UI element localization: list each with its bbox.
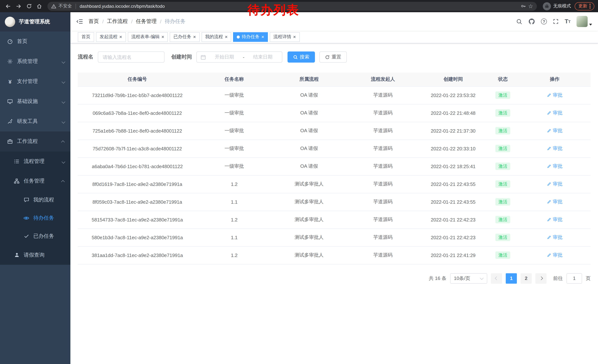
dashboard-icon xyxy=(7,39,13,44)
sidebar-item-system[interactable]: 系统管理 xyxy=(0,51,70,72)
process-name-input[interactable] xyxy=(98,51,165,63)
sidebar-item-infra[interactable]: 基础设施 xyxy=(0,91,70,112)
chevron-down-icon xyxy=(62,58,65,65)
approve-link[interactable]: 审批 xyxy=(547,163,562,170)
tab-my-process[interactable]: 我的流程 × xyxy=(201,32,231,42)
sidebar-item-my-process[interactable]: 我的流程 xyxy=(0,191,70,209)
pagination: 共 16 条 10条/页 1 2 前往 页 xyxy=(78,273,590,283)
sidebar-item-task-mgmt[interactable]: 任务管理 xyxy=(0,171,70,191)
active-dot xyxy=(237,35,240,38)
chevron-down-icon xyxy=(62,119,65,124)
cell-process: OA 请假 xyxy=(272,140,346,157)
column-header-task-id: 任务编号 xyxy=(78,73,197,86)
key-icon[interactable] xyxy=(520,3,526,9)
breadcrumb-item[interactable]: 任务管理 xyxy=(136,18,157,25)
start-date-placeholder: 开始日期 xyxy=(209,54,240,60)
date-range-picker[interactable]: 开始日期 - 结束日期 xyxy=(196,51,282,63)
approve-link[interactable]: 审批 xyxy=(547,92,562,98)
tab-home[interactable]: 首页 xyxy=(78,32,94,42)
close-icon[interactable]: × xyxy=(161,34,164,39)
goto-page-input[interactable] xyxy=(566,273,582,283)
cell-process: 测试多审批人 xyxy=(272,211,346,228)
chat-icon xyxy=(23,197,30,202)
font-size-icon[interactable]: TT xyxy=(565,18,571,25)
approve-link[interactable]: 审批 xyxy=(547,145,562,152)
tools-icon xyxy=(7,119,13,124)
approve-link[interactable]: 审批 xyxy=(547,110,562,116)
tab-form-edit[interactable]: 流程表单-编辑 × xyxy=(128,32,168,42)
column-header-create-time: 创建时间 xyxy=(419,73,487,86)
sidebar-item-todo-task[interactable]: 待办任务 xyxy=(0,209,70,227)
chevron-down-icon xyxy=(62,79,65,84)
search-button[interactable]: 搜索 xyxy=(288,51,315,63)
tab-start-process[interactable]: 发起流程 × xyxy=(96,32,126,42)
prev-page-button[interactable] xyxy=(491,273,502,283)
page-button-1[interactable]: 1 xyxy=(506,273,517,283)
tab-todo-task[interactable]: 待办任务 × xyxy=(233,32,268,42)
approve-link[interactable]: 审批 xyxy=(547,234,562,241)
hierarchy-icon xyxy=(13,178,20,184)
browser-reload-button[interactable] xyxy=(25,2,33,11)
tab-process-detail[interactable]: 流程详情 × xyxy=(270,32,299,42)
sidebar-item-process-mgmt[interactable]: 流程管理 xyxy=(0,152,70,171)
avatar[interactable] xyxy=(576,16,588,27)
browser-toolbar: 不安全 dashboard.yudao.iocoder.cn/bpm/task/… xyxy=(0,0,598,12)
table-row: 73211d9d-7b9b-11ec-b5b7-acde48001122 一级审… xyxy=(78,86,590,104)
sidebar-item-devtools[interactable]: 研发工具 xyxy=(0,112,70,131)
address-bar[interactable]: 不安全 dashboard.yudao.iocoder.cn/bpm/task/… xyxy=(47,2,537,11)
sidebar-item-label: 支付管理 xyxy=(17,78,38,85)
approve-link[interactable]: 审批 xyxy=(547,127,562,134)
fullscreen-icon[interactable] xyxy=(553,18,559,24)
range-separator: - xyxy=(243,54,245,60)
breadcrumb-item[interactable]: 首页 xyxy=(89,18,99,25)
close-icon[interactable]: × xyxy=(225,34,228,39)
app-logo[interactable]: 芋道管理系统 xyxy=(0,12,70,32)
cell-task-id: 381aa1dd-7ac8-11ec-a9e2-a2380e71991a xyxy=(78,246,197,264)
close-icon[interactable]: × xyxy=(119,34,122,39)
reset-button[interactable]: 重置 xyxy=(319,51,347,63)
tab-label: 待办任务 xyxy=(242,34,259,40)
update-button[interactable]: 更新 xyxy=(575,2,594,10)
breadcrumb-item[interactable]: 工作流程 xyxy=(107,18,128,25)
close-icon[interactable]: × xyxy=(293,34,296,39)
cell-create-time: 2022-01-21 22:43:55 xyxy=(419,193,487,211)
sidebar-item-home[interactable]: 首页 xyxy=(0,32,70,51)
search-icon[interactable] xyxy=(516,18,523,25)
user-icon xyxy=(13,252,20,258)
page-button-2[interactable]: 2 xyxy=(521,273,532,283)
breadcrumb-separator: / xyxy=(160,18,162,24)
github-icon[interactable] xyxy=(528,18,535,25)
tab-done-task[interactable]: 已办任务 × xyxy=(170,32,199,42)
approve-link[interactable]: 审批 xyxy=(547,198,562,205)
filter-form: 流程名 创建时间 开始日期 - 结束日期 搜索 xyxy=(78,51,590,63)
sidebar-item-payment[interactable]: ¥ 支付管理 xyxy=(0,72,70,91)
table-row: a6aba0a4-7b6d-11ec-b781-acde48001122 一级审… xyxy=(78,157,590,175)
close-icon[interactable]: × xyxy=(261,34,264,39)
bookmark-star-icon[interactable]: ☆ xyxy=(528,3,533,9)
more-menu-icon[interactable] xyxy=(590,4,590,8)
approve-link[interactable]: 审批 xyxy=(547,216,562,223)
cell-initiator: 芋道源码 xyxy=(346,211,419,228)
help-icon[interactable]: ? xyxy=(541,18,547,24)
list-icon xyxy=(13,158,20,164)
sidebar-item-done-task[interactable]: 已办任务 xyxy=(0,227,70,245)
browser-forward-button[interactable] xyxy=(14,2,23,11)
reset-button-label: 重置 xyxy=(332,54,341,60)
tab-label: 已办任务 xyxy=(173,34,191,40)
status-badge: 激活 xyxy=(496,198,510,205)
sidebar-item-leave-query[interactable]: 请假查询 xyxy=(0,245,70,265)
approve-link[interactable]: 审批 xyxy=(547,181,562,187)
page-size-select[interactable]: 10条/页 xyxy=(450,273,487,283)
browser-back-button[interactable] xyxy=(4,2,13,11)
approve-link[interactable]: 审批 xyxy=(547,252,562,259)
user-menu[interactable] xyxy=(576,16,592,27)
close-icon[interactable]: × xyxy=(193,34,196,39)
page-size-value: 10条/页 xyxy=(454,275,470,282)
sidebar: 芋道管理系统 首页 系统管理 ¥ xyxy=(0,12,70,364)
browser-home-button[interactable] xyxy=(35,2,44,11)
sidebar-item-workflow[interactable]: 工作流程 xyxy=(0,131,70,152)
next-page-button[interactable] xyxy=(535,273,547,283)
status-badge: 激活 xyxy=(496,251,510,259)
sidebar-collapse-icon[interactable] xyxy=(76,18,83,25)
cell-create-time: 2022-01-22 18:25:41 xyxy=(419,157,487,175)
